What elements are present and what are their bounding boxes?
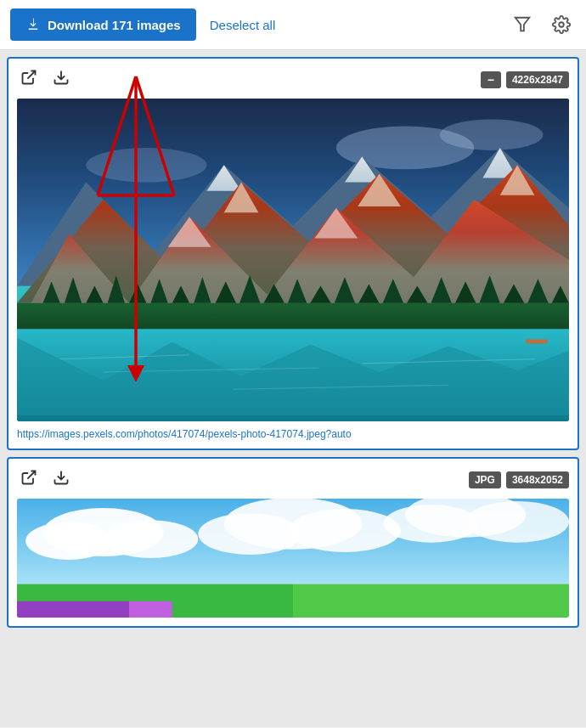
settings-icon bbox=[552, 15, 571, 34]
download-single-button-1[interactable] bbox=[49, 67, 73, 92]
content-area: − 4226x2847 bbox=[0, 50, 586, 727]
download-single-icon-2 bbox=[53, 469, 70, 486]
card-top-bar-2: JPG 3648x2052 bbox=[17, 467, 569, 492]
card-actions-1 bbox=[17, 67, 73, 92]
dimension-badge-1: 4226x2847 bbox=[506, 71, 569, 88]
image-placeholder-1 bbox=[17, 99, 569, 421]
download-button-label: Download 171 images bbox=[48, 18, 181, 32]
svg-point-55 bbox=[104, 520, 199, 558]
card-meta-2: JPG 3648x2052 bbox=[469, 471, 569, 488]
svg-point-58 bbox=[289, 509, 401, 552]
svg-rect-64 bbox=[17, 601, 129, 618]
svg-point-7 bbox=[86, 148, 206, 183]
svg-marker-0 bbox=[516, 18, 530, 31]
open-external-button-2[interactable] bbox=[17, 467, 41, 492]
mountain-scene bbox=[17, 99, 569, 421]
download-single-icon-1 bbox=[53, 69, 70, 86]
filter-icon bbox=[513, 15, 532, 34]
minus-button-1[interactable]: − bbox=[481, 71, 501, 88]
svg-rect-49 bbox=[526, 339, 547, 343]
svg-point-61 bbox=[465, 501, 569, 543]
card-actions-2 bbox=[17, 467, 73, 492]
card-top-bar-1: − 4226x2847 bbox=[17, 67, 569, 92]
deselect-all-button[interactable]: Deselect all bbox=[206, 9, 279, 41]
filter-button[interactable] bbox=[508, 10, 537, 39]
toolbar: Download 171 images Deselect all bbox=[0, 0, 586, 50]
image-url-1: https://images.pexels.com/photos/417074/… bbox=[17, 428, 569, 440]
svg-line-50 bbox=[27, 471, 35, 479]
svg-point-60 bbox=[384, 505, 479, 543]
open-external-button-1[interactable] bbox=[17, 67, 41, 92]
type-badge-2: JPG bbox=[469, 471, 501, 488]
download-icon bbox=[25, 17, 41, 32]
card-meta-1: − 4226x2847 bbox=[481, 71, 569, 88]
svg-point-57 bbox=[198, 513, 301, 555]
svg-point-54 bbox=[25, 522, 112, 560]
download-single-button-2[interactable] bbox=[49, 467, 73, 492]
image-card-1: − 4226x2847 bbox=[7, 57, 579, 450]
download-button[interactable]: Download 171 images bbox=[10, 8, 196, 41]
svg-point-6 bbox=[440, 119, 544, 150]
image-card-2: JPG 3648x2052 bbox=[7, 457, 579, 628]
open-external-icon-1 bbox=[20, 69, 37, 86]
dimension-badge-2: 3648x2052 bbox=[506, 471, 569, 488]
svg-line-2 bbox=[27, 71, 35, 79]
open-external-icon-2 bbox=[20, 469, 37, 486]
deselect-label: Deselect all bbox=[210, 18, 276, 32]
settings-button[interactable] bbox=[547, 10, 576, 39]
svg-rect-63 bbox=[293, 584, 569, 618]
image-placeholder-2 bbox=[17, 499, 569, 618]
svg-rect-65 bbox=[129, 601, 172, 618]
svg-point-1 bbox=[559, 22, 564, 27]
